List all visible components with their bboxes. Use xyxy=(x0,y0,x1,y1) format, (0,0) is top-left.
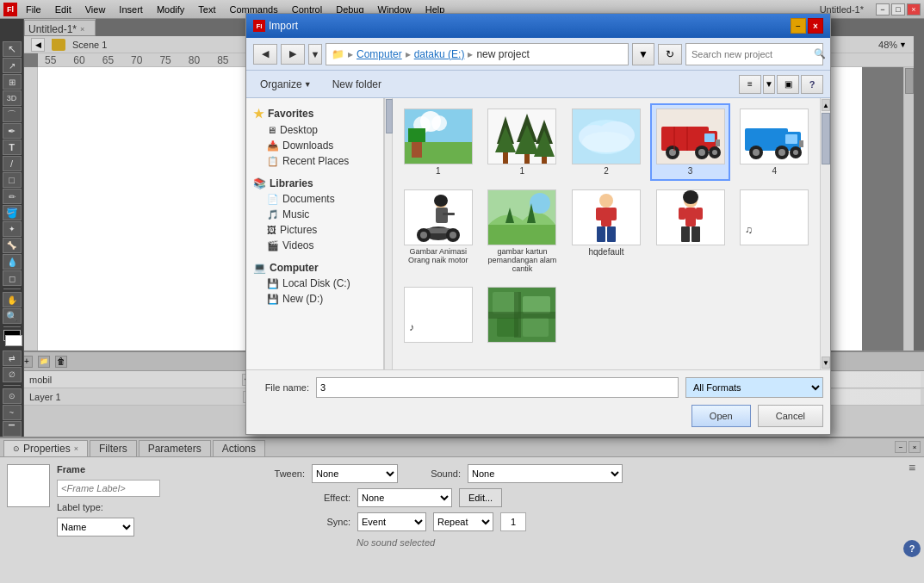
sidebar-recent-places[interactable]: 📋 Recent Places xyxy=(246,153,383,169)
sidebar-new-d[interactable]: 💾 New (D:) xyxy=(246,291,383,307)
breadcrumb-folder-icon: 📁 xyxy=(332,48,344,60)
sidebar-pictures[interactable]: 🖼 Pictures xyxy=(246,222,383,238)
pictures-icon: 🖼 xyxy=(267,225,276,235)
dialog-sidebar: ★ Favorites 🖥 Desktop 📥 Downloads 📋 Rece… xyxy=(246,98,384,369)
file-item-biker[interactable]: Gambar Animasi Orang naik motor xyxy=(398,184,479,278)
svg-point-4 xyxy=(431,115,447,131)
search-box: 🔍 xyxy=(685,43,823,65)
files-scrollbar-v-thumb[interactable] xyxy=(822,113,830,164)
svg-rect-81 xyxy=(523,296,550,313)
sidebar-computer-header[interactable]: 💻 Computer xyxy=(246,260,383,276)
svg-rect-65 xyxy=(596,208,603,220)
sidebar-documents[interactable]: 📄 Documents xyxy=(246,191,383,207)
breadcrumb-sep1: ▸ xyxy=(348,48,353,60)
view-dropdown-btn[interactable]: ▼ xyxy=(763,75,775,94)
view-details-btn[interactable]: ≡ xyxy=(739,75,761,94)
libraries-icon: 📚 xyxy=(253,177,266,189)
svg-rect-58 xyxy=(488,225,555,245)
svg-rect-38 xyxy=(785,134,797,144)
file-item-bluetruck[interactable]: 4 xyxy=(734,103,815,181)
file-item-music2[interactable]: ♪ xyxy=(398,282,479,350)
recent-icon: 📋 xyxy=(267,156,279,167)
file-item-truck[interactable]: 3 xyxy=(650,103,731,181)
svg-rect-75 xyxy=(741,190,808,245)
file-thumb-biker xyxy=(404,189,473,245)
file-item-hqdefault[interactable]: hqdefault xyxy=(566,184,647,278)
dialog-organize-bar: Organize ▼ New folder ≡ ▼ ▣ ? xyxy=(246,71,830,98)
open-button[interactable]: Open xyxy=(691,405,751,427)
sidebar-local-disk-label: Local Disk (C:) xyxy=(282,277,350,289)
svg-point-29 xyxy=(698,149,705,156)
sidebar-pictures-label: Pictures xyxy=(280,224,317,236)
svg-point-61 xyxy=(599,194,613,208)
refresh-btn[interactable]: ↻ xyxy=(658,44,682,65)
svg-rect-66 xyxy=(610,208,617,220)
sidebar-recent-label: Recent Places xyxy=(282,155,349,167)
view-preview-btn[interactable]: ▣ xyxy=(777,75,799,94)
svg-point-54 xyxy=(450,232,456,239)
sidebar-local-disk[interactable]: 💾 Local Disk (C:) xyxy=(246,276,383,291)
new-folder-btn[interactable]: New folder xyxy=(326,74,388,95)
breadcrumb-dropdown[interactable]: ▼ xyxy=(632,43,654,65)
sidebar-downloads[interactable]: 📥 Downloads xyxy=(246,138,383,153)
sidebar-documents-label: Documents xyxy=(282,193,335,205)
svg-rect-10 xyxy=(503,152,508,164)
nav-forward-btn[interactable]: ▶ xyxy=(281,44,305,65)
dialog-minimize-btn[interactable]: − xyxy=(791,18,806,34)
sidebar-scrollbar-thumb[interactable] xyxy=(386,99,393,133)
sidebar-favorites-header[interactable]: ★ Favorites xyxy=(246,105,383,122)
downloads-icon: 📥 xyxy=(267,140,279,152)
file-item-cloud[interactable]: 2 xyxy=(566,103,647,181)
files-grid: 1 xyxy=(393,98,820,369)
sidebar-libraries-header[interactable]: 📚 Libraries xyxy=(246,176,383,191)
nav-recent-btn[interactable]: ▼ xyxy=(308,44,322,65)
file-item-landscape[interactable]: 1 xyxy=(398,103,479,181)
breadcrumb-sep3: ▸ xyxy=(468,48,473,60)
organize-btn[interactable]: Organize ▼ xyxy=(253,74,319,95)
desktop-icon: 🖥 xyxy=(267,125,276,135)
cancel-button[interactable]: Cancel xyxy=(758,405,823,427)
file-thumb-cloud xyxy=(572,109,641,164)
svg-rect-70 xyxy=(681,226,690,242)
filename-input[interactable] xyxy=(316,377,679,398)
videos-icon: 🎬 xyxy=(267,240,279,251)
svg-rect-55 xyxy=(443,213,455,215)
sidebar-scrollbar[interactable] xyxy=(384,98,393,369)
sidebar-music[interactable]: 🎵 Music xyxy=(246,207,383,222)
sidebar-computer-label: Computer xyxy=(270,262,319,274)
dialog-close-btn[interactable]: × xyxy=(808,18,823,34)
nav-back-btn[interactable]: ◀ xyxy=(253,44,277,65)
file-thumb-hqdefault xyxy=(572,189,641,245)
sidebar-videos[interactable]: 🎬 Videos xyxy=(246,238,383,253)
svg-point-40 xyxy=(753,149,760,156)
filename-label: File name: xyxy=(253,382,309,393)
sidebar-videos-label: Videos xyxy=(282,239,313,251)
breadcrumb-dataku[interactable]: dataku (E:) xyxy=(414,48,465,60)
help-dialog-btn[interactable]: ? xyxy=(801,75,823,94)
organize-chevron: ▼ xyxy=(304,80,312,89)
breadcrumb-computer[interactable]: Computer xyxy=(357,48,402,60)
file-item-trees[interactable]: 1 xyxy=(482,103,563,181)
search-input[interactable] xyxy=(691,49,810,59)
file-item-music1[interactable]: ♫ xyxy=(734,184,815,278)
file-thumb-trees xyxy=(487,109,556,164)
star-icon: ★ xyxy=(253,107,264,121)
filetype-select[interactable]: All Formats xyxy=(685,377,823,398)
file-name-scenery: gambar kartun pemandangan alam cantik xyxy=(487,247,556,273)
svg-rect-16 xyxy=(542,157,547,164)
svg-point-44 xyxy=(793,150,798,155)
files-scrollbar-v-down[interactable]: ▼ xyxy=(822,357,830,369)
svg-rect-77 xyxy=(405,288,472,342)
file-item-person2[interactable] xyxy=(650,184,731,278)
dialog-breadcrumb-bar: ◀ ▶ ▼ 📁 ▸ Computer ▸ dataku (E:) ▸ new p… xyxy=(246,38,830,71)
breadcrumb-newproject[interactable]: new project xyxy=(476,48,529,60)
files-scrollbar-v-up[interactable]: ▲ xyxy=(822,99,830,111)
svg-rect-72 xyxy=(679,208,685,220)
sidebar-desktop[interactable]: 🖥 Desktop xyxy=(246,122,383,138)
file-thumb-map xyxy=(487,287,556,343)
file-item-scenery[interactable]: gambar kartun pemandangan alam cantik xyxy=(482,184,563,278)
files-scrollbar-v[interactable]: ▲ ▼ xyxy=(820,98,830,369)
documents-icon: 📄 xyxy=(267,194,279,205)
file-item-map[interactable] xyxy=(482,282,563,350)
file-name-2: 2 xyxy=(604,166,609,176)
